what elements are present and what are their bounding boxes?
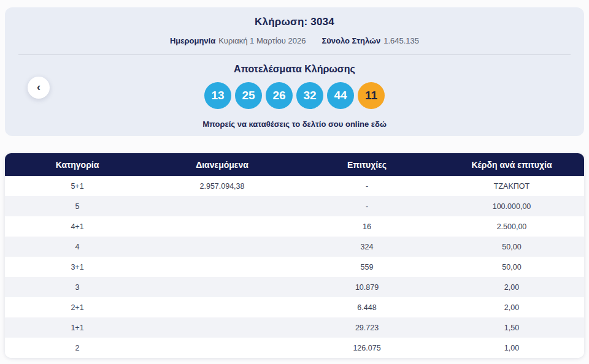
cell-category: 2+1: [5, 297, 150, 317]
cell-prize: 100.000,00: [439, 196, 584, 216]
cell-distributed: [150, 338, 294, 358]
draw-title: Κλήρωση: 3034: [5, 7, 584, 28]
previous-draw-button[interactable]: ‹: [28, 77, 50, 99]
cell-category: 1+1: [5, 317, 150, 338]
cell-prize: 50,00: [439, 257, 584, 277]
cell-winners: 559: [294, 257, 439, 277]
cell-distributed: 2.957.094,38: [150, 176, 294, 196]
column-header-category: Κατηγορία: [5, 153, 150, 176]
bonus-number-ball: 11: [358, 82, 385, 109]
table-row: 2 126.075 1,00: [5, 338, 584, 358]
draw-number-ball: 13: [204, 82, 231, 109]
cell-prize: 1,00: [439, 338, 584, 358]
cell-category: 3: [5, 277, 150, 297]
cell-winners: 126.075: [294, 338, 439, 358]
deposit-online-link[interactable]: Μπορείς να καταθέσεις το δελτίο σου onli…: [202, 119, 387, 129]
cell-category: 5+1: [5, 176, 150, 196]
cell-winners: 10.879: [294, 277, 439, 297]
total-columns-value: 1.645.135: [383, 36, 419, 45]
cell-prize: ΤΖΑΚΠΟΤ: [439, 176, 584, 196]
table-header-row: Κατηγορία Διανεμόμενα Επιτυχίες Κέρδη αν…: [5, 153, 584, 176]
cell-distributed: [150, 216, 294, 237]
table-row: 4+1 16 2.500,00: [5, 216, 584, 237]
table-row: 3+1 559 50,00: [5, 257, 584, 277]
draw-meta-row: Ημερομηνία Κυριακή 1 Μαρτίου 2026 Σύνολο…: [5, 36, 584, 45]
draw-number-ball: 26: [266, 82, 293, 109]
prize-table: Κατηγορία Διανεμόμενα Επιτυχίες Κέρδη αν…: [5, 153, 584, 358]
total-columns-label: Σύνολο Στηλών: [321, 36, 380, 45]
cell-winners: -: [294, 196, 439, 216]
cell-prize: 2,00: [439, 277, 584, 297]
cell-prize: 2.500,00: [439, 216, 584, 237]
column-header-prize: Κέρδη ανά επιτυχία: [439, 153, 584, 176]
cell-winners: 16: [294, 216, 439, 237]
card-divider: [18, 55, 571, 55]
cell-category: 4: [5, 237, 150, 257]
column-header-winners: Επιτυχίες: [294, 153, 439, 176]
cell-distributed: [150, 196, 294, 216]
cell-distributed: [150, 277, 294, 297]
cell-category: 3+1: [5, 257, 150, 277]
total-columns: Σύνολο Στηλών 1.645.135: [321, 36, 419, 45]
table-row: 3 10.879 2,00: [5, 277, 584, 297]
cell-winners: 29.723: [294, 317, 439, 338]
cell-winners: 324: [294, 237, 439, 257]
table-row: 5+1 2.957.094,38 - ΤΖΑΚΠΟΤ: [5, 176, 584, 196]
cell-category: 5: [5, 196, 150, 216]
date-label: Ημερομηνία: [170, 36, 215, 45]
cell-category: 2: [5, 338, 150, 358]
cell-category: 4+1: [5, 216, 150, 237]
draw-date: Ημερομηνία Κυριακή 1 Μαρτίου 2026: [170, 36, 306, 45]
table-row: 5 - 100.000,00: [5, 196, 584, 216]
draw-number-ball: 44: [327, 82, 354, 109]
cell-distributed: [150, 317, 294, 338]
table-row: 2+1 6.448 2,00: [5, 297, 584, 317]
cell-prize: 2,00: [439, 297, 584, 317]
cell-winners: 6.448: [294, 297, 439, 317]
table-row: 1+1 29.723 1,50: [5, 317, 584, 338]
draw-results-card: Κλήρωση: 3034 Ημερομηνία Κυριακή 1 Μαρτί…: [5, 7, 584, 136]
date-value: Κυριακή 1 Μαρτίου 2026: [218, 36, 306, 45]
table-row: 4 324 50,00: [5, 237, 584, 257]
results-title: Αποτελέσματα Κλήρωσης: [5, 64, 584, 75]
draw-numbers: 13 25 26 32 44 11: [5, 82, 584, 109]
column-header-distributed: Διανεμόμενα: [150, 153, 294, 176]
cell-prize: 50,00: [439, 237, 584, 257]
cell-distributed: [150, 257, 294, 277]
draw-number-ball: 32: [296, 82, 323, 109]
cell-winners: -: [294, 176, 439, 196]
cell-distributed: [150, 237, 294, 257]
cell-prize: 1,50: [439, 317, 584, 338]
draw-number-ball: 25: [235, 82, 262, 109]
table-body: 5+1 2.957.094,38 - ΤΖΑΚΠΟΤ 5 - 100.000,0…: [5, 176, 584, 358]
cell-distributed: [150, 297, 294, 317]
chevron-left-icon: ‹: [37, 82, 40, 93]
